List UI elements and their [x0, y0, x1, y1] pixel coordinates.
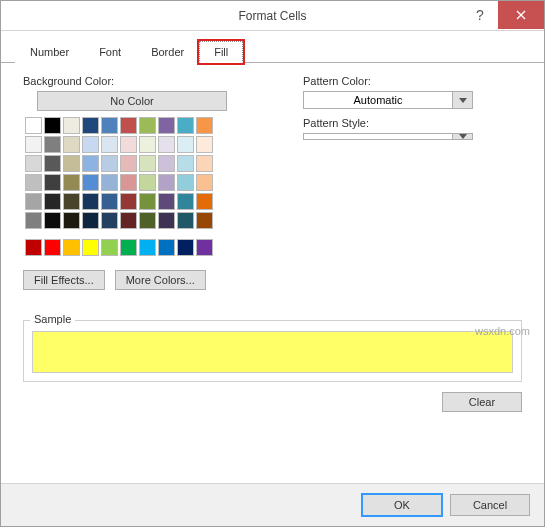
color-swatch[interactable] [82, 239, 99, 256]
color-swatch[interactable] [101, 155, 118, 172]
color-swatch[interactable] [25, 212, 42, 229]
color-swatch[interactable] [177, 212, 194, 229]
color-swatch[interactable] [196, 174, 213, 191]
color-swatch[interactable] [158, 117, 175, 134]
color-swatch[interactable] [44, 117, 61, 134]
color-swatch[interactable] [44, 155, 61, 172]
color-swatch[interactable] [139, 174, 156, 191]
color-swatch[interactable] [158, 155, 175, 172]
sample-label: Sample [30, 313, 75, 325]
color-swatch[interactable] [82, 193, 99, 210]
color-swatch[interactable] [82, 212, 99, 229]
tab-font[interactable]: Font [84, 41, 136, 63]
pattern-style-label: Pattern Style: [303, 117, 522, 129]
tab-number[interactable]: Number [15, 41, 84, 63]
color-swatch[interactable] [101, 193, 118, 210]
color-swatch[interactable] [101, 239, 118, 256]
color-swatch[interactable] [82, 117, 99, 134]
pattern-style-value [304, 134, 452, 139]
color-swatch[interactable] [101, 136, 118, 153]
color-swatch[interactable] [158, 239, 175, 256]
pattern-color-label: Pattern Color: [303, 75, 522, 87]
chevron-down-icon [452, 134, 472, 139]
color-swatch[interactable] [196, 155, 213, 172]
color-swatch[interactable] [25, 174, 42, 191]
color-swatch[interactable] [82, 174, 99, 191]
standard-color-row [25, 239, 263, 256]
help-icon: ? [476, 7, 484, 23]
pattern-color-dropdown[interactable]: Automatic [303, 91, 473, 109]
theme-color-grid [25, 117, 263, 229]
color-swatch[interactable] [63, 239, 80, 256]
color-swatch[interactable] [120, 136, 137, 153]
tab-fill[interactable]: Fill [199, 41, 243, 63]
color-swatch[interactable] [158, 212, 175, 229]
color-swatch[interactable] [196, 239, 213, 256]
color-swatch[interactable] [196, 117, 213, 134]
color-swatch[interactable] [177, 136, 194, 153]
color-swatch[interactable] [196, 212, 213, 229]
color-swatch[interactable] [120, 117, 137, 134]
close-button[interactable] [498, 1, 544, 29]
color-swatch[interactable] [177, 239, 194, 256]
color-swatch[interactable] [139, 136, 156, 153]
color-swatch[interactable] [25, 155, 42, 172]
svg-marker-3 [459, 134, 467, 139]
color-swatch[interactable] [139, 212, 156, 229]
color-swatch[interactable] [101, 117, 118, 134]
cancel-button[interactable]: Cancel [450, 494, 530, 516]
help-button[interactable]: ? [462, 1, 498, 29]
watermark: wsxdn.com [475, 325, 530, 337]
color-swatch[interactable] [44, 212, 61, 229]
color-swatch[interactable] [44, 174, 61, 191]
color-swatch[interactable] [101, 174, 118, 191]
color-swatch[interactable] [25, 193, 42, 210]
color-swatch[interactable] [44, 239, 61, 256]
color-swatch[interactable] [25, 117, 42, 134]
format-cells-dialog: Format Cells ? Number Font Border Fill B… [0, 0, 545, 527]
no-color-button[interactable]: No Color [37, 91, 227, 111]
color-swatch[interactable] [177, 174, 194, 191]
color-swatch[interactable] [63, 155, 80, 172]
ok-button[interactable]: OK [362, 494, 442, 516]
color-swatch[interactable] [139, 193, 156, 210]
color-swatch[interactable] [177, 155, 194, 172]
color-swatch[interactable] [120, 193, 137, 210]
color-swatch[interactable] [177, 117, 194, 134]
color-swatch[interactable] [158, 174, 175, 191]
sample-preview [32, 331, 513, 373]
color-swatch[interactable] [120, 212, 137, 229]
color-swatch[interactable] [120, 174, 137, 191]
color-swatch[interactable] [177, 193, 194, 210]
color-swatch[interactable] [63, 174, 80, 191]
color-swatch[interactable] [139, 117, 156, 134]
color-swatch[interactable] [158, 193, 175, 210]
color-swatch[interactable] [63, 212, 80, 229]
bg-color-label: Background Color: [23, 75, 263, 87]
color-swatch[interactable] [63, 117, 80, 134]
dialog-body: Background Color: No Color Fill Effects.… [1, 63, 544, 483]
color-swatch[interactable] [101, 212, 118, 229]
color-swatch[interactable] [120, 155, 137, 172]
dialog-footer: OK Cancel [1, 483, 544, 526]
pattern-style-dropdown[interactable] [303, 133, 473, 140]
color-swatch[interactable] [44, 193, 61, 210]
color-swatch[interactable] [139, 155, 156, 172]
color-swatch[interactable] [25, 136, 42, 153]
tab-border[interactable]: Border [136, 41, 199, 63]
color-swatch[interactable] [25, 239, 42, 256]
color-swatch[interactable] [82, 136, 99, 153]
color-swatch[interactable] [196, 193, 213, 210]
color-swatch[interactable] [63, 193, 80, 210]
color-swatch[interactable] [44, 136, 61, 153]
color-swatch[interactable] [158, 136, 175, 153]
color-swatch[interactable] [139, 239, 156, 256]
close-icon [516, 10, 526, 20]
color-swatch[interactable] [63, 136, 80, 153]
fill-effects-button[interactable]: Fill Effects... [23, 270, 105, 290]
clear-button[interactable]: Clear [442, 392, 522, 412]
more-colors-button[interactable]: More Colors... [115, 270, 206, 290]
color-swatch[interactable] [120, 239, 137, 256]
color-swatch[interactable] [82, 155, 99, 172]
color-swatch[interactable] [196, 136, 213, 153]
